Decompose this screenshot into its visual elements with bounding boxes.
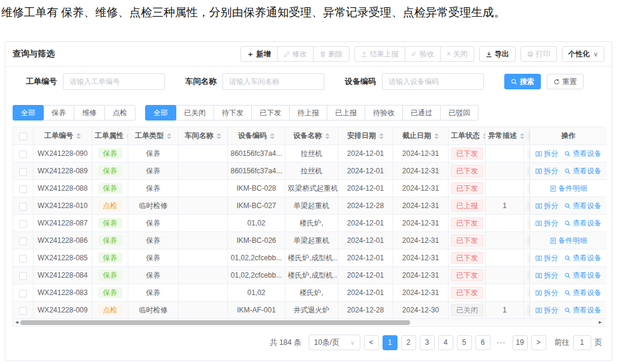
row-checkbox[interactable] — [19, 220, 27, 228]
status-tab-1[interactable]: 已关闭 — [176, 105, 214, 121]
order-type-cell: 保养 — [128, 249, 179, 267]
column-header-9[interactable]: 异常描述 — [486, 127, 524, 145]
sort-icon[interactable] — [434, 133, 439, 139]
page-ellipsis[interactable]: ··· — [494, 335, 509, 350]
goto-page-input[interactable] — [573, 335, 591, 350]
column-header-4[interactable]: 设备编码 — [228, 127, 285, 145]
page-button-19[interactable]: 19 — [513, 335, 528, 350]
status-tab-7[interactable]: 已通过 — [402, 105, 441, 121]
order-id-cell: WX241228-085 — [34, 249, 92, 267]
end-date-cell: 2024-12-30 — [393, 302, 449, 319]
prev-page-button[interactable]: < — [364, 335, 379, 350]
page-button-1[interactable]: 1 — [383, 335, 398, 350]
report-result-button[interactable]: 结果上报 — [354, 46, 405, 62]
row-checkbox[interactable] — [19, 237, 27, 245]
order-no-input[interactable] — [63, 73, 165, 90]
page-button-3[interactable]: 3 — [420, 335, 435, 350]
scroll-right-arrow[interactable]: ► — [598, 320, 603, 325]
device-code-input[interactable] — [382, 73, 484, 90]
view-device-link[interactable]: 查看设备 — [564, 149, 601, 159]
attribute-tab-0[interactable]: 全部 — [13, 105, 44, 121]
sort-icon[interactable] — [167, 133, 171, 139]
view-device-link[interactable]: 查看设备 — [564, 270, 601, 281]
status-tab-0[interactable]: 全部 — [145, 105, 176, 121]
scrollbar-thumb[interactable] — [20, 320, 410, 325]
status-tab-3[interactable]: 已下发 — [251, 105, 290, 121]
row-checkbox[interactable] — [19, 185, 27, 193]
magnifier-icon — [564, 272, 571, 279]
horizontal-scrollbar[interactable]: ◄ ► — [13, 319, 604, 327]
column-header-3[interactable]: 车间名称 — [179, 127, 228, 145]
workshop-cell — [179, 249, 228, 267]
accept-button[interactable]: ✓ 验收 — [405, 46, 441, 62]
attribute-tab-2[interactable]: 维修 — [74, 105, 105, 121]
column-header-0[interactable]: 工单编号 — [34, 127, 92, 145]
split-link[interactable]: 拆分 — [535, 270, 558, 281]
sort-icon[interactable] — [325, 133, 330, 139]
page-button-4[interactable]: 4 — [438, 335, 453, 350]
delete-button[interactable]: 删除 — [313, 46, 350, 62]
sort-icon[interactable] — [76, 133, 81, 139]
export-button[interactable]: 导出 — [479, 46, 516, 62]
status-tab-8[interactable]: 已驳回 — [440, 105, 478, 121]
scroll-left-arrow[interactable]: ◄ — [14, 320, 19, 325]
split-link[interactable]: 拆分 — [535, 166, 558, 176]
page-button-6[interactable]: 6 — [475, 335, 490, 350]
sort-icon[interactable] — [270, 133, 275, 139]
split-link[interactable]: 拆分 — [535, 218, 558, 228]
status-tab-5[interactable]: 已上报 — [327, 105, 365, 121]
view-device-link[interactable]: 查看设备 — [564, 218, 601, 228]
reset-button[interactable]: 重置 — [547, 74, 583, 89]
row-checkbox[interactable] — [19, 255, 27, 263]
personalize-button[interactable]: 个性化 ∨ — [562, 46, 604, 62]
row-checkbox[interactable] — [19, 272, 27, 280]
column-header-5[interactable]: 设备名称 — [285, 127, 338, 145]
column-header-8[interactable]: 工单状态 — [449, 127, 486, 145]
goto-label: 前往 — [555, 338, 570, 348]
search-button[interactable]: 搜索 — [504, 74, 541, 89]
page-button-2[interactable]: 2 — [401, 335, 416, 350]
column-header-6[interactable]: 安排日期 — [338, 127, 393, 145]
sort-icon[interactable] — [216, 133, 221, 139]
split-link[interactable]: 拆分 — [535, 288, 558, 298]
row-checkbox[interactable] — [19, 151, 27, 158]
sort-icon[interactable] — [379, 133, 384, 139]
view-device-link[interactable]: 查看设备 — [564, 201, 601, 211]
split-link[interactable]: 拆分 — [535, 149, 558, 159]
status-tab-6[interactable]: 待验收 — [365, 105, 403, 121]
row-checkbox[interactable] — [19, 290, 27, 297]
column-header-2[interactable]: 工单类型 — [128, 127, 179, 145]
view-device-link[interactable]: 查看设备 — [564, 253, 601, 263]
edit-button[interactable]: 修改 — [277, 46, 314, 62]
next-page-button[interactable]: > — [531, 335, 546, 350]
workshop-input[interactable] — [222, 73, 324, 90]
parts-detail-link[interactable]: 备件明细 — [550, 183, 587, 194]
page-button-5[interactable]: 5 — [457, 335, 472, 350]
split-link[interactable]: 拆分 — [535, 201, 558, 211]
attribute-tab-1[interactable]: 保养 — [43, 105, 74, 121]
add-button[interactable]: ＋ 新增 — [240, 46, 278, 62]
attribute-tab-3[interactable]: 点检 — [104, 105, 136, 121]
select-all-checkbox[interactable] — [19, 133, 27, 140]
close-order-button[interactable]: × 关闭 — [440, 46, 474, 62]
status-tab-4[interactable]: 待上报 — [289, 105, 327, 121]
parts-detail-link[interactable]: 备件明细 — [550, 236, 587, 246]
split-link[interactable]: 拆分 — [535, 253, 558, 263]
row-checkbox-cell — [13, 145, 34, 163]
print-button[interactable]: 打印 — [520, 46, 557, 62]
row-checkbox[interactable] — [19, 203, 27, 210]
split-link[interactable]: 拆分 — [535, 305, 558, 315]
row-checkbox-cell — [13, 163, 34, 180]
column-header-7[interactable]: 截止日期 — [393, 127, 449, 145]
status-tab-2[interactable]: 待下发 — [213, 105, 252, 121]
sort-icon[interactable] — [520, 133, 524, 139]
filter-workshop: 车间名称 — [185, 73, 324, 90]
column-header-1[interactable]: 工单属性 — [92, 127, 128, 145]
row-checkbox[interactable] — [19, 168, 27, 176]
view-device-link[interactable]: 查看设备 — [564, 288, 601, 298]
document-icon — [550, 237, 556, 244]
page-size-select[interactable]: 10条/页 ∨ — [309, 335, 360, 350]
view-device-link[interactable]: 查看设备 — [564, 166, 601, 176]
row-checkbox[interactable] — [19, 307, 27, 315]
view-device-link[interactable]: 查看设备 — [564, 305, 601, 315]
